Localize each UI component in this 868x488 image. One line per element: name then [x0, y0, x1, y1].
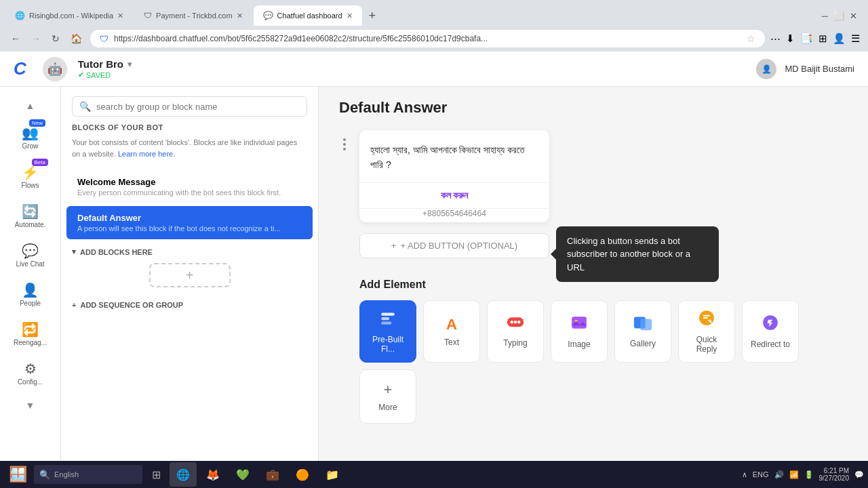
tab1-close[interactable]: ✕: [117, 12, 123, 20]
sidebar-item-label-people: People: [20, 300, 41, 308]
taskbar-app-1[interactable]: 💚: [229, 462, 256, 487]
taskbar-app-4[interactable]: 📁: [319, 462, 346, 487]
start-button[interactable]: 🪟: [4, 464, 31, 485]
sidebar-item-label-reengage: Reengag...: [14, 339, 47, 347]
sidebar-toggle-icon[interactable]: ⊞: [818, 33, 827, 45]
dropdown-icon[interactable]: ▾: [127, 60, 132, 69]
back-btn[interactable]: ←: [8, 30, 23, 47]
call-button[interactable]: কল করুন: [359, 183, 549, 209]
main-content: Default Answer হ্যালো স্যার, আমি আপনাকে …: [319, 87, 868, 488]
automate-icon: 🔄: [22, 203, 39, 220]
taskbar-app-2[interactable]: 💼: [259, 462, 286, 487]
taskbar-search[interactable]: 🔍 English: [34, 465, 142, 484]
element-image[interactable]: Image: [551, 300, 608, 363]
sidebar-item-livechat[interactable]: 💬 Live Chat: [5, 237, 56, 274]
volume-icon[interactable]: 🔊: [774, 470, 784, 479]
prebuilt-label: Pre-Built Fl...: [367, 335, 409, 354]
learn-more-link[interactable]: Learn more here.: [118, 150, 175, 158]
sidebar-item-grow[interactable]: New 👥 Grow: [5, 119, 56, 156]
sidebar-scroll-up[interactable]: ▲: [23, 98, 38, 114]
element-prebuilt[interactable]: Pre-Built Fl...: [359, 300, 416, 363]
block-item-default[interactable]: Default Answer A person will see this bl…: [66, 206, 313, 239]
sidebar-item-flows[interactable]: Beta ⚡ Flows: [5, 159, 56, 195]
refresh-btn[interactable]: ↻: [49, 30, 62, 47]
saved-status: ✔ SAVED: [78, 70, 132, 79]
more-icon: +: [384, 381, 393, 399]
element-redirect[interactable]: Redirect to: [742, 300, 799, 363]
minimize-btn[interactable]: ─: [822, 11, 828, 21]
extension-icon[interactable]: ⋯: [770, 33, 781, 45]
bookmarks-icon[interactable]: 📑: [800, 33, 813, 45]
bot-avatar: 🤖: [43, 57, 67, 81]
star-icon[interactable]: ☆: [747, 33, 755, 44]
element-typing[interactable]: Typing: [487, 300, 544, 363]
home-btn[interactable]: 🏠: [68, 30, 85, 47]
gallery-icon: [633, 314, 652, 335]
element-quickreply[interactable]: Quick Reply: [678, 300, 735, 363]
taskbar-app-firefox[interactable]: 🦊: [199, 462, 226, 487]
notifications-icon[interactable]: 💬: [854, 470, 864, 479]
tab1-title: Risingbd.com - Wikipedia: [29, 12, 113, 20]
new-tab-button[interactable]: +: [363, 6, 382, 26]
grow-icon: 👥: [22, 125, 39, 141]
taskbar-clock[interactable]: 6:21 PM 9/27/2020: [819, 467, 850, 482]
element-grid: Pre-Built Fl... A Text Typing: [359, 300, 848, 424]
tab-2[interactable]: 🛡 Payment - Trickbd.com ✕: [134, 5, 252, 26]
block-desc-welcome: Every person communicating with the bot …: [77, 188, 302, 197]
chat-card: হ্যালো স্যার, আমি আপনাকে কিভাবে সাহায্য …: [359, 130, 549, 222]
element-more[interactable]: + More: [359, 369, 416, 424]
block-desc-default: A person will see this block if the bot …: [77, 224, 302, 232]
search-box[interactable]: 🔍: [72, 96, 307, 117]
download-icon[interactable]: ⬇: [786, 33, 795, 45]
tab2-favicon: 🛡: [144, 11, 152, 20]
sidebar-scroll-down[interactable]: ▼: [23, 397, 38, 413]
profile-icon[interactable]: 👤: [833, 33, 846, 45]
element-gallery[interactable]: Gallery: [614, 300, 671, 363]
add-sequence-title[interactable]: + ADD SEQUENCE OR GROUP: [72, 301, 307, 309]
taskbar-app-edge[interactable]: 🌐: [170, 462, 197, 487]
lang-indicator: ENG: [753, 470, 769, 479]
address-input-box[interactable]: 🛡 https://dashboard.chatfuel.com/bot/5f6…: [90, 30, 765, 47]
text-icon: A: [446, 316, 457, 333]
phone-number: +8805654646464: [359, 209, 549, 222]
app-logo[interactable]: C: [14, 58, 26, 79]
svg-rect-0: [381, 312, 395, 315]
search-icon: 🔍: [79, 101, 91, 112]
maximize-btn[interactable]: ⬜: [833, 11, 844, 21]
user-name: MD Baijit Bustami: [785, 64, 854, 74]
tab-1[interactable]: 🌐 Risingbd.com - Wikipedia ✕: [5, 5, 133, 26]
element-text[interactable]: A Text: [423, 300, 480, 363]
add-button-btn[interactable]: + + ADD BUTTON (OPTIONAL): [359, 233, 549, 258]
sidebar-item-configure[interactable]: ⚙ Config...: [5, 355, 56, 392]
search-input[interactable]: [96, 102, 300, 112]
close-btn[interactable]: ✕: [850, 11, 857, 21]
network-icon[interactable]: 📶: [789, 470, 799, 479]
sidebar-item-reengage[interactable]: 🔁 Reengag...: [5, 316, 56, 352]
add-block-button[interactable]: +: [149, 263, 231, 287]
add-button-section: + + ADD BUTTON (OPTIONAL) Clicking a but…: [359, 233, 848, 258]
menu-icon[interactable]: ☰: [851, 33, 860, 45]
add-blocks-title[interactable]: ▾ ADD BLOCKS HERE: [72, 247, 307, 256]
quickreply-label: Quick Reply: [686, 335, 728, 354]
blocks-section-desc: Your bot consists of content 'blocks'. B…: [61, 137, 318, 169]
task-view-btn[interactable]: ⊞: [145, 464, 167, 485]
svg-rect-1: [381, 317, 389, 320]
dot2: [343, 143, 346, 146]
tab3-close[interactable]: ✕: [347, 12, 353, 20]
blocks-panel: 🔍 BLOCKS OF YOUR BOT Your bot consists o…: [61, 87, 319, 488]
taskbar-app-3[interactable]: 🟠: [289, 462, 316, 487]
tab2-close[interactable]: ✕: [237, 12, 243, 20]
page-title: Default Answer: [339, 99, 848, 117]
add-sequence-section: + ADD SEQUENCE OR GROUP: [61, 294, 318, 316]
card-dots-menu[interactable]: [343, 138, 346, 150]
prebuilt-icon: [379, 309, 397, 331]
system-tray: ∧: [742, 470, 747, 479]
sidebar-item-people[interactable]: 👤 People: [5, 277, 56, 313]
sidebar-item-automate[interactable]: 🔄 Automate.: [5, 198, 56, 235]
people-icon: 👤: [22, 282, 39, 298]
tab-3[interactable]: 💬 Chatfuel dashboard ✕: [254, 5, 362, 26]
battery-icon[interactable]: 🔋: [804, 470, 814, 479]
address-bar: ← → ↻ 🏠 🛡 https://dashboard.chatfuel.com…: [0, 26, 868, 52]
block-item-welcome[interactable]: Welcome Message Every person communicati…: [66, 170, 313, 203]
forward-btn[interactable]: →: [28, 30, 43, 47]
